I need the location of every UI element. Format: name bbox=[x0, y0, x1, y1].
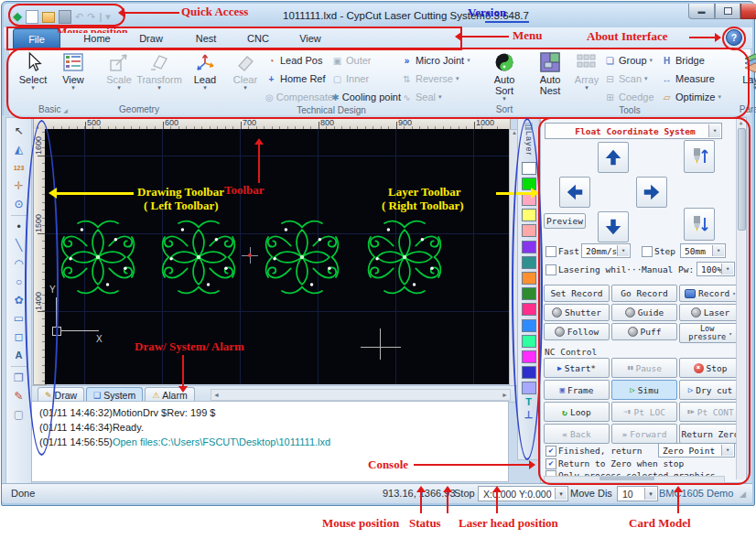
doc-tab-scrollbar[interactable]: ◄► bbox=[211, 389, 511, 401]
simu-button[interactable]: ▷Simu bbox=[611, 380, 677, 400]
ornament-pattern-2[interactable] bbox=[158, 217, 239, 297]
text-tool[interactable]: A bbox=[9, 346, 28, 364]
help-button[interactable]: ? bbox=[726, 29, 742, 46]
tab-home[interactable]: Home bbox=[75, 29, 119, 48]
manual-power-select[interactable]: 100%▾ bbox=[697, 262, 735, 276]
minimize-button[interactable]: ▬ bbox=[688, 4, 715, 19]
puff-button[interactable]: Puff bbox=[611, 323, 677, 340]
new-file-icon[interactable] bbox=[26, 10, 38, 24]
home-ref-button[interactable]: +Home Ref bbox=[265, 71, 331, 86]
pt-loc-button[interactable]: →▮Pt LOC bbox=[611, 402, 677, 422]
cooling-point-button[interactable]: ✱Cooling point bbox=[331, 90, 401, 104]
compensate-button[interactable]: ◎Compensate bbox=[265, 90, 331, 104]
layer-color-swatch-11[interactable] bbox=[522, 319, 536, 332]
tab-cnc[interactable]: CNC bbox=[238, 29, 278, 48]
view-button[interactable]: View ▾ bbox=[53, 49, 93, 91]
restore-button[interactable] bbox=[715, 4, 740, 19]
align-bottom-tool[interactable]: ⊥ bbox=[524, 410, 534, 420]
panel-vertical-scrollbar[interactable]: ▲ bbox=[736, 119, 745, 479]
align-top-tool[interactable]: T bbox=[525, 397, 532, 407]
tab-alarm-log[interactable]: ⚠Alarm bbox=[145, 387, 195, 402]
layer-button[interactable]: Layer ▾ bbox=[734, 49, 756, 91]
z-down-button[interactable] bbox=[684, 208, 715, 241]
fast-checkbox[interactable] bbox=[545, 246, 556, 257]
zoom-tool[interactable]: ⊙ bbox=[9, 195, 28, 213]
circle-tool[interactable]: ○ bbox=[9, 273, 28, 291]
dry-cut-button[interactable]: ▷Dry cut bbox=[679, 380, 741, 400]
line-tool[interactable]: ╲ bbox=[9, 236, 28, 254]
save-file-icon[interactable] bbox=[59, 10, 71, 24]
rect-tool[interactable]: ▭ bbox=[9, 309, 28, 328]
undo-icon[interactable]: ↶ bbox=[75, 11, 83, 23]
resize-grip-icon[interactable]: ◢ bbox=[740, 490, 746, 499]
preview-button[interactable]: Preview bbox=[544, 213, 586, 229]
pt-cont-button[interactable]: ▮▶Pt CONT bbox=[679, 402, 741, 422]
app-logo-icon[interactable]: ◆ bbox=[13, 10, 22, 23]
coordinate-system-caret-icon[interactable]: ▾ bbox=[708, 124, 720, 137]
scale-button[interactable]: Scale ▾ bbox=[99, 49, 139, 91]
forward-button[interactable]: »Forward bbox=[611, 424, 677, 444]
layer-color-swatch-6[interactable] bbox=[522, 241, 536, 253]
layer-tab[interactable]: ▤ Layer bbox=[524, 119, 534, 159]
scroll-right-icon[interactable]: ► bbox=[502, 392, 508, 398]
ornament-pattern-4[interactable] bbox=[364, 217, 445, 297]
customize-quick-access-icon[interactable]: ▾ bbox=[105, 11, 111, 23]
seal-button[interactable]: ∿Seal▾ bbox=[401, 90, 478, 104]
group-tool[interactable]: ❐ bbox=[9, 369, 28, 387]
loop-button[interactable]: ↻Loop bbox=[544, 402, 610, 422]
shape-tool[interactable]: ▢ bbox=[9, 405, 28, 424]
redo-icon[interactable]: ↷ bbox=[87, 11, 95, 23]
tab-file[interactable]: File bbox=[13, 28, 60, 49]
tab-view[interactable]: View bbox=[289, 29, 331, 48]
ornament-pattern-3[interactable] bbox=[262, 217, 342, 297]
point-tool[interactable]: • bbox=[9, 218, 28, 236]
micro-joint-button[interactable]: »Micro Joint▾ bbox=[401, 53, 478, 68]
array-button[interactable]: Array ▾ bbox=[569, 49, 604, 91]
return-zero-checkbox[interactable]: ✔ bbox=[545, 458, 556, 469]
jog-right-button[interactable] bbox=[636, 177, 667, 208]
guide-button[interactable]: Guide bbox=[611, 304, 677, 321]
node-edit-tool[interactable]: ◭ bbox=[9, 140, 28, 158]
laser-head-position-select[interactable]: X:0.000 Y:0.000▾ bbox=[478, 486, 568, 501]
reverse-button[interactable]: ⇅Reverse▾ bbox=[401, 71, 478, 86]
dialog-launcher-icon[interactable]: ◢ bbox=[63, 108, 68, 113]
scroll-thumb[interactable] bbox=[599, 477, 654, 480]
return-zero-button[interactable]: Return Zero bbox=[679, 424, 741, 444]
finished-return-select[interactable]: Zero Point▾ bbox=[658, 443, 735, 458]
scan-button[interactable]: ⊟Scan▾ bbox=[604, 71, 661, 86]
transform-button[interactable]: Transform ▾ bbox=[139, 49, 179, 91]
drawing-canvas[interactable]: Y X bbox=[45, 129, 509, 384]
layer-color-swatch-7[interactable] bbox=[522, 256, 536, 269]
jog-up-button[interactable] bbox=[598, 142, 629, 173]
jog-left-button[interactable] bbox=[559, 177, 590, 208]
layer-color-swatch-15[interactable] bbox=[522, 382, 536, 394]
polygon-tool[interactable]: ✿ bbox=[9, 291, 28, 309]
roundrect-tool[interactable]: ◻ bbox=[9, 328, 28, 346]
coedge-button[interactable]: ⊞Coedge bbox=[604, 90, 661, 104]
tab-draw[interactable]: Draw bbox=[130, 29, 172, 48]
layer-color-swatch-13[interactable] bbox=[522, 350, 536, 363]
select-button[interactable]: Select ▾ bbox=[13, 49, 53, 91]
layer-color-swatch-8[interactable] bbox=[522, 272, 536, 285]
tab-nest[interactable]: Nest bbox=[185, 29, 227, 48]
layer-color-swatch-12[interactable] bbox=[522, 335, 536, 348]
tab-system-log[interactable]: ❑System bbox=[86, 387, 143, 402]
bridge-button[interactable]: HBridge bbox=[661, 53, 729, 68]
z-up-button[interactable] bbox=[684, 140, 715, 173]
inner-button[interactable]: ▢Inner bbox=[331, 71, 401, 86]
follow-button[interactable]: Follow bbox=[544, 323, 610, 340]
lasering-checkbox[interactable] bbox=[545, 264, 556, 275]
back-button[interactable]: «Back bbox=[544, 424, 610, 444]
fast-speed-select[interactable]: 20mm/s▾ bbox=[581, 243, 631, 258]
auto-nest-button[interactable]: Auto Nest bbox=[531, 49, 569, 96]
system-log-console[interactable]: (01/11 14:46:32)MotionDrv $Rev: 199 $ (0… bbox=[31, 401, 509, 482]
optimize-button[interactable]: ▱Optimize▾ bbox=[661, 90, 729, 104]
layer-color-swatch-9[interactable] bbox=[522, 287, 536, 300]
lead-button[interactable]: Lead ▾ bbox=[185, 49, 225, 91]
outer-button[interactable]: ▣Outer bbox=[331, 53, 401, 68]
open-file-icon[interactable] bbox=[42, 12, 55, 23]
layer-color-swatch-4[interactable] bbox=[522, 209, 536, 221]
layer-color-swatch-14[interactable] bbox=[522, 366, 536, 379]
step-checkbox[interactable] bbox=[642, 246, 653, 257]
finished-return-checkbox[interactable]: ✔ bbox=[545, 446, 556, 457]
